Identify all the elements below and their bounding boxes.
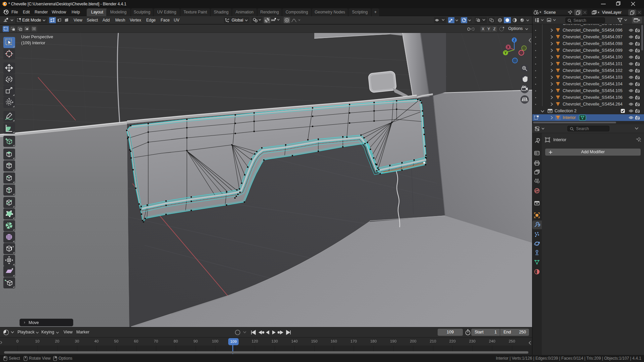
svg-text:Y: Y: [505, 51, 507, 55]
svg-text:X: X: [507, 45, 510, 49]
svg-text:Z: Z: [513, 38, 515, 42]
